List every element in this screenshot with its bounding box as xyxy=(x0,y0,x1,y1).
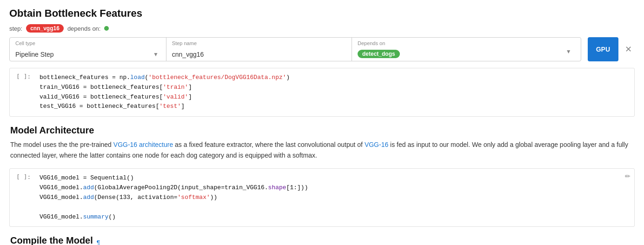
edit-icon[interactable]: ✏ xyxy=(625,172,631,180)
step-badge[interactable]: cnn_vgg16 xyxy=(26,24,64,33)
vgg16-link-2[interactable]: VGG-16 xyxy=(365,141,388,148)
compile-section: Compile the Model ¶ xyxy=(9,235,635,245)
step-name-label: Step name xyxy=(172,40,197,46)
model-arch-title: Model Architecture xyxy=(10,125,634,136)
depends-on-field[interactable]: Depends on detect_dogs ▼ xyxy=(352,38,581,61)
page-title: Obtain Bottleneck Features xyxy=(9,7,635,20)
depends-on-field-label: Depends on xyxy=(358,40,385,46)
code-content-2[interactable]: VGG16_model = Sequential() VGG16_model.a… xyxy=(38,169,625,226)
model-arch-section: Model Architecture The model uses the th… xyxy=(9,125,635,161)
code-cell-1: [ ]: bottleneck_features = np.load('bott… xyxy=(9,68,635,117)
compile-title: Compile the Model xyxy=(10,235,93,245)
page: Obtain Bottleneck Features step: cnn_vgg… xyxy=(0,0,644,245)
cell-type-label: Cell type xyxy=(15,40,35,46)
fields-row: Cell type Pipeline Step ▼ Step name cnn_… xyxy=(9,37,635,61)
dropdown-arrow-icon: ▼ xyxy=(153,51,159,58)
depends-on-label: depends on: xyxy=(67,25,101,32)
fields-border-box: Cell type Pipeline Step ▼ Step name cnn_… xyxy=(9,37,581,61)
model-arch-prose: The model uses the the pre-trained VGG-1… xyxy=(10,139,634,161)
cell-gutter-2: [ ]: xyxy=(10,169,38,185)
step-name-field[interactable]: Step name cnn_vgg16 xyxy=(166,38,352,61)
vgg16-link-1[interactable]: VGG-16 architecture xyxy=(113,141,173,148)
anchor-icon[interactable]: ¶ xyxy=(97,239,100,245)
status-dot xyxy=(104,26,109,31)
code-content-1[interactable]: bottleneck_features = np.load('bottlenec… xyxy=(38,68,634,116)
step-name-value: cnn_vgg16 xyxy=(172,51,204,58)
gpu-button[interactable]: GPU xyxy=(588,37,618,61)
code-cell-2: [ ]: VGG16_model = Sequential() VGG16_mo… xyxy=(9,168,635,227)
cell-type-value: Pipeline Step xyxy=(15,51,54,58)
step-label: step: xyxy=(9,25,22,32)
cell-type-field[interactable]: Cell type Pipeline Step ▼ xyxy=(10,38,166,61)
compile-title-row: Compile the Model ¶ xyxy=(10,235,634,245)
detect-dogs-badge[interactable]: detect_dogs xyxy=(358,50,400,58)
depends-dropdown-arrow-icon: ▼ xyxy=(566,48,571,55)
close-button[interactable]: ✕ xyxy=(622,37,635,61)
step-row: step: cnn_vgg16 depends on: xyxy=(9,24,635,33)
cell-2-toolbar: ✏ xyxy=(625,169,634,180)
cell-gutter-1: [ ]: xyxy=(10,68,38,85)
